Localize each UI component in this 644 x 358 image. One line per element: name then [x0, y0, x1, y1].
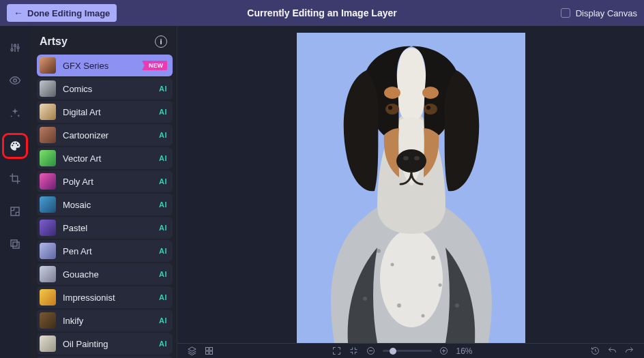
plus-circle-icon — [439, 346, 449, 356]
badge-ai: AI — [159, 224, 167, 232]
style-label: Digital Art — [63, 107, 152, 117]
svg-rect-23 — [206, 348, 209, 350]
style-label: GFX Series — [63, 61, 135, 71]
style-thumb — [40, 312, 56, 329]
style-thumb — [40, 220, 56, 236]
svg-rect-3 — [13, 242, 19, 248]
sliders-icon — [9, 42, 21, 54]
style-thumb — [40, 57, 56, 74]
svg-point-8 — [385, 104, 399, 115]
style-item[interactable]: ImpressionistAI — [37, 286, 173, 308]
redo-icon — [624, 346, 634, 356]
tool-resize[interactable] — [5, 202, 25, 221]
svg-point-13 — [403, 156, 409, 160]
style-label: Pen Art — [63, 246, 152, 256]
bottom-bar: 16% — [177, 343, 644, 358]
style-item[interactable]: MosaicAI — [37, 194, 173, 215]
style-thumb — [40, 243, 56, 259]
style-label: Impressionist — [63, 293, 152, 303]
history-icon — [590, 346, 600, 356]
tool-effects[interactable] — [5, 104, 25, 123]
style-thumb — [40, 127, 56, 143]
svg-rect-26 — [209, 351, 212, 354]
style-item[interactable]: InkifyAI — [37, 310, 173, 331]
history-button[interactable] — [590, 346, 600, 356]
style-item[interactable]: Oil PaintingAI — [37, 333, 173, 355]
style-item[interactable]: Digital ArtAI — [37, 101, 173, 123]
style-item[interactable]: ComicsAI — [37, 78, 173, 100]
layers-icon — [187, 346, 197, 356]
badge-ai: AI — [159, 177, 167, 185]
done-editing-button[interactable]: ← Done Editing Image — [7, 4, 117, 22]
svg-point-12 — [396, 149, 426, 173]
badge-ai: AI — [159, 154, 167, 162]
style-label: Pastel — [63, 223, 152, 233]
style-label: Comics — [63, 84, 152, 94]
style-thumb — [40, 150, 56, 166]
layers-button[interactable] — [187, 346, 197, 356]
redo-button[interactable] — [624, 346, 634, 356]
zoom-out-button[interactable] — [366, 346, 376, 356]
zoom-percent: 16% — [456, 346, 472, 356]
style-item[interactable]: Poly ArtAI — [37, 170, 173, 192]
grid-icon — [204, 346, 214, 356]
style-thumb — [40, 335, 56, 352]
style-thumb — [40, 173, 56, 190]
svg-point-15 — [377, 249, 381, 253]
style-label: Oil Painting — [63, 339, 152, 349]
top-bar: ← Done Editing Image Currently Editing a… — [0, 0, 644, 26]
display-canvas-toggle[interactable]: Display Canvas — [561, 8, 637, 18]
crop-icon — [9, 173, 21, 185]
style-item[interactable]: CartoonizerAI — [37, 124, 173, 146]
palette-icon — [9, 140, 21, 152]
style-item[interactable]: GFX SeriesNEW — [37, 55, 173, 76]
svg-point-22 — [455, 303, 459, 308]
actual-size-button[interactable] — [349, 346, 359, 356]
svg-rect-24 — [209, 348, 212, 350]
svg-rect-1 — [11, 207, 19, 215]
svg-point-7 — [422, 87, 439, 99]
canvas-viewport[interactable] — [177, 26, 644, 343]
style-item[interactable]: GouacheAI — [37, 263, 173, 285]
svg-point-10 — [388, 106, 392, 110]
style-item[interactable]: Pen ArtAI — [37, 240, 173, 262]
svg-rect-2 — [11, 240, 17, 246]
tool-artsy[interactable] — [5, 136, 25, 155]
style-label: Vector Art — [63, 153, 152, 164]
checkbox-icon — [561, 8, 570, 18]
svg-point-19 — [397, 303, 401, 308]
zoom-slider[interactable] — [383, 350, 432, 352]
svg-point-9 — [424, 104, 437, 115]
image-layer[interactable] — [297, 33, 525, 343]
minus-circle-icon — [366, 346, 376, 356]
zoom-in-button[interactable] — [439, 346, 449, 356]
badge-ai: AI — [159, 108, 167, 116]
badge-ai: AI — [159, 270, 167, 278]
zoom-slider-thumb[interactable] — [390, 348, 396, 355]
tool-crop[interactable] — [5, 169, 25, 188]
style-item[interactable]: PastelAI — [37, 217, 173, 239]
svg-point-18 — [438, 284, 441, 287]
style-label: Inkify — [63, 316, 152, 326]
tool-duplicate[interactable] — [5, 235, 25, 254]
undo-button[interactable] — [607, 346, 617, 356]
info-icon[interactable]: i — [155, 35, 167, 48]
tool-visibility[interactable] — [5, 71, 25, 90]
badge-ai: AI — [159, 293, 167, 301]
style-thumb — [40, 289, 56, 305]
tool-adjust[interactable] — [5, 38, 25, 57]
svg-point-11 — [426, 106, 430, 110]
style-label: Poly Art — [63, 177, 152, 187]
style-thumb — [40, 80, 56, 97]
svg-point-0 — [14, 79, 17, 83]
resize-icon — [9, 205, 21, 218]
fit-screen-button[interactable] — [332, 346, 342, 356]
style-list[interactable]: GFX SeriesNEWComicsAIDigital ArtAICartoo… — [30, 55, 177, 358]
collapse-icon — [349, 346, 359, 356]
duplicate-icon — [9, 238, 21, 250]
style-item[interactable]: Vector ArtAI — [37, 147, 173, 169]
grid-button[interactable] — [204, 346, 214, 356]
svg-point-17 — [431, 256, 435, 260]
badge-ai: AI — [159, 200, 167, 209]
panel-title: Artsy — [40, 35, 68, 48]
